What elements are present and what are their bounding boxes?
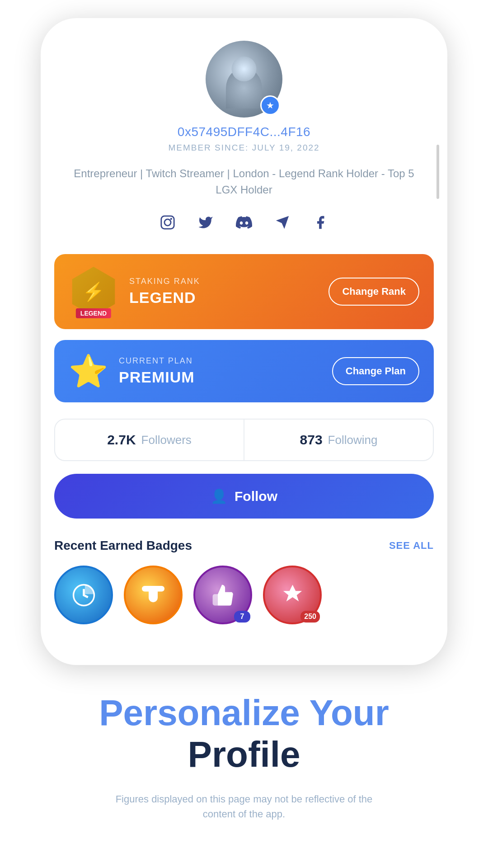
verified-badge: ★ <box>260 95 280 115</box>
following-count: 873 <box>300 432 323 448</box>
wallet-address: 0x57495DFF4C...4F16 <box>178 125 310 139</box>
plan-info: CURRENT PLAN PREMIUM <box>119 356 332 386</box>
rank-badge-label: LEGEND <box>76 308 111 318</box>
bottom-section: Personalize Your Profile Figures display… <box>0 665 488 840</box>
personalize-dark: Profile <box>188 734 300 774</box>
badges-section: Recent Earned Badges SEE ALL <box>54 538 434 624</box>
followers-label: Followers <box>141 433 192 447</box>
member-since: MEMBER SINCE: JULY 19, 2022 <box>168 143 319 153</box>
follow-button-label: Follow <box>235 489 277 504</box>
svg-rect-0 <box>161 216 174 229</box>
following-stat[interactable]: 873 Following <box>244 420 433 460</box>
facebook-icon[interactable] <box>313 215 328 234</box>
telegram-icon[interactable] <box>275 215 290 234</box>
instagram-icon[interactable] <box>160 215 175 234</box>
badge-item-3[interactable]: 7 <box>193 566 252 624</box>
staking-rank-banner: LEGEND STAKING RANK LEGEND Change Rank <box>54 254 434 329</box>
badge-circle-1 <box>54 566 113 624</box>
svg-point-1 <box>164 219 171 226</box>
follow-button[interactable]: 👤 Follow <box>54 474 434 519</box>
badges-title: Recent Earned Badges <box>54 538 192 553</box>
current-plan-banner: ⭐ CURRENT PLAN PREMIUM Change Plan <box>54 340 434 402</box>
change-rank-button[interactable]: Change Rank <box>328 278 419 306</box>
social-icons-row <box>160 214 328 234</box>
badges-grid: 7 250 <box>54 566 434 624</box>
rank-badge: LEGEND <box>69 267 118 316</box>
badge-counter-3: 7 <box>234 611 250 623</box>
svg-point-2 <box>170 218 172 220</box>
see-all-link[interactable]: SEE ALL <box>389 540 434 552</box>
badge-counter-4: 250 <box>300 611 320 623</box>
current-plan-label: CURRENT PLAN <box>119 356 332 366</box>
personalize-title: Personalize Your Profile <box>99 692 389 775</box>
bio-text: Entrepreneur | Twitch Streamer | London … <box>54 165 434 198</box>
followers-stat[interactable]: 2.7K Followers <box>55 420 244 460</box>
person-add-icon: 👤 <box>211 488 227 504</box>
staking-rank-name: LEGEND <box>129 289 318 307</box>
badge-item-4[interactable]: 250 <box>263 566 322 624</box>
follow-stats: 2.7K Followers 873 Following <box>54 419 434 461</box>
avatar-container: ★ <box>206 41 282 118</box>
followers-count: 2.7K <box>107 432 136 448</box>
plan-star-icon: ⭐ <box>69 353 108 390</box>
badge-item-1[interactable] <box>54 566 113 624</box>
disclaimer-text: Figures displayed on this page may not b… <box>108 792 380 821</box>
discord-icon[interactable] <box>236 214 252 234</box>
profile-header: ★ 0x57495DFF4C...4F16 MEMBER SINCE: JULY… <box>54 36 434 638</box>
following-label: Following <box>328 433 378 447</box>
badge-circle-2 <box>124 566 183 624</box>
change-plan-button[interactable]: Change Plan <box>332 357 419 385</box>
twitter-icon[interactable] <box>198 215 213 234</box>
staking-rank-label: STAKING RANK <box>129 277 318 286</box>
badges-header: Recent Earned Badges SEE ALL <box>54 538 434 553</box>
plan-name: PREMIUM <box>119 368 332 386</box>
personalize-highlight: Personalize Your <box>99 693 389 733</box>
rank-info: STAKING RANK LEGEND <box>118 277 328 307</box>
badge-item-2[interactable] <box>124 566 183 624</box>
phone-mockup: ★ 0x57495DFF4C...4F16 MEMBER SINCE: JULY… <box>41 18 447 665</box>
